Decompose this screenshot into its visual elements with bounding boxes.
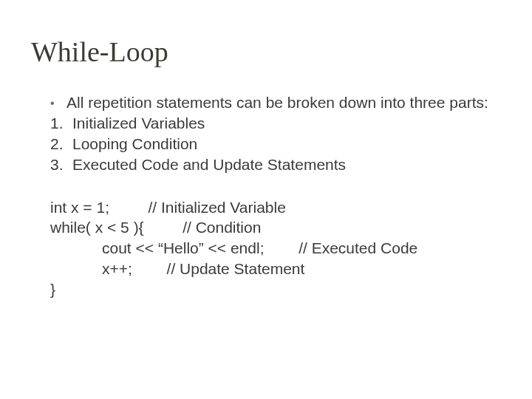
bullet-icon: • [50,93,66,113]
list-item: 3. Executed Code and Update Statements [50,155,491,175]
slide-body: • All repetition statements can be broke… [50,93,491,299]
code-line: x++; // Update Statement [50,259,491,279]
bullet-item: • All repetition statements can be broke… [50,93,491,113]
code-line: cout << “Hello” << endl; // Executed Cod… [50,238,491,259]
list-number: 1. [50,114,72,134]
code-line: while( x < 5 ){ // Condition [50,217,491,238]
code-line: int x = 1; // Initialized Variable [50,197,491,218]
slide-title: While-Loop [31,35,491,68]
list-number: 3. [50,155,72,175]
slide: While-Loop • All repetition statements c… [0,0,532,399]
bullet-text: All repetition statements can be broken … [66,93,491,113]
list-text: Initialized Variables [72,114,491,134]
code-line: } [50,279,491,300]
list-text: Looping Condition [72,134,491,154]
list-item: 1. Initialized Variables [50,114,491,134]
list-text: Executed Code and Update Statements [72,155,491,175]
list-item: 2. Looping Condition [50,134,491,154]
code-block: int x = 1; // Initialized Variable while… [50,197,491,300]
list-number: 2. [50,134,72,154]
